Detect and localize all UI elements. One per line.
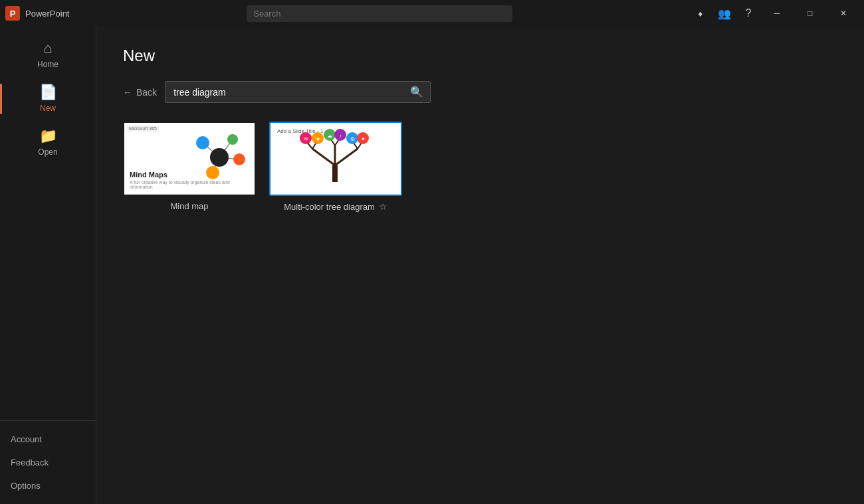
tree-svg: ✉ ★ ☁ ♪ ⚙ ✦ [299,129,372,189]
sidebar-item-home[interactable]: ⌂ Home [0,33,96,77]
home-icon: ⌂ [43,41,52,56]
open-icon: 📁 [39,129,57,143]
content-area: New ← Back 🔍 Microsoft 365 [96,27,864,504]
mindmap-thumbnail: Microsoft 365 [124,123,255,195]
titlebar: P PowerPoint ⬧ 👥 ? ─ □ ✕ [0,0,864,27]
mindmap-badge: Microsoft 365 [127,126,159,131]
svg-point-6 [227,134,238,145]
search-input[interactable] [165,83,403,102]
titlebar-controls: ⬧ 👥 ? ─ □ ✕ [690,3,859,24]
search-box: 🔍 [165,81,431,103]
sidebar-item-home-label: Home [37,60,58,69]
svg-text:✦: ✦ [361,136,366,142]
svg-line-10 [312,149,335,165]
back-arrow-icon: ← [123,87,132,98]
sidebar-item-open[interactable]: 📁 Open [0,121,96,165]
page-title: New [123,46,837,65]
svg-point-7 [233,153,245,165]
svg-point-8 [206,166,219,179]
tree-slide-title: Add a Slide Title - 1 [277,128,323,134]
titlebar-search-area [247,5,512,22]
maximize-button[interactable]: □ [795,3,825,24]
svg-text:⚙: ⚙ [350,136,355,142]
main-layout: ⌂ Home 📄 New 📁 Open Account Feedback Opt… [0,27,864,504]
svg-text:♪: ♪ [339,133,342,139]
help-icon[interactable]: ? [738,3,759,24]
template-card-tree[interactable]: Add a Slide Title - 1 [269,122,402,212]
svg-point-5 [196,136,209,149]
minimize-button[interactable]: ─ [762,3,792,24]
sidebar-item-new[interactable]: 📄 New [0,77,96,121]
sidebar-nav: ⌂ Home 📄 New 📁 Open [0,33,96,420]
template-thumb-mind-map[interactable]: Microsoft 365 [123,122,256,196]
people-icon[interactable]: 👥 [714,3,735,24]
svg-line-11 [335,149,358,165]
sidebar-bottom: Account Feedback Options [0,420,96,504]
template-card-mind-map[interactable]: Microsoft 365 [123,122,256,212]
svg-text:★: ★ [316,136,320,142]
titlebar-left: P PowerPoint [5,6,69,21]
templates-grid: Microsoft 365 [123,122,837,212]
template-name-tree: Multi-color tree diagram [284,202,375,212]
sidebar-item-account[interactable]: Account [0,428,96,451]
back-button[interactable]: ← Back [123,87,157,98]
search-button[interactable]: 🔍 [403,82,430,102]
svg-text:✉: ✉ [304,136,308,142]
tree-thumbnail: Add a Slide Title - 1 [270,123,401,195]
svg-rect-9 [332,165,338,182]
search-row: ← Back 🔍 [123,81,837,103]
new-icon: 📄 [39,85,57,100]
titlebar-search-input[interactable] [247,5,512,22]
sidebar-item-options[interactable]: Options [0,474,96,497]
back-label: Back [136,87,157,98]
sidebar-item-open-label: Open [38,147,57,157]
sidebar: ⌂ Home 📄 New 📁 Open Account Feedback Opt… [0,27,96,504]
svg-text:☁: ☁ [327,133,332,139]
star-icon[interactable]: ☆ [379,201,387,212]
diamond-icon[interactable]: ⬧ [690,3,711,24]
mindmap-svg [189,129,249,183]
sidebar-item-feedback[interactable]: Feedback [0,451,96,474]
close-button[interactable]: ✕ [828,3,859,24]
template-name-mind-map: Mind map [170,201,208,211]
app-name: PowerPoint [25,9,69,19]
svg-point-4 [210,148,229,167]
template-label-mind-map: Mind map [170,201,208,211]
template-thumb-tree[interactable]: Add a Slide Title - 1 [269,122,402,196]
app-icon: P [5,6,20,21]
template-label-tree: Multi-color tree diagram ☆ [284,201,387,212]
sidebar-item-new-label: New [40,104,56,113]
